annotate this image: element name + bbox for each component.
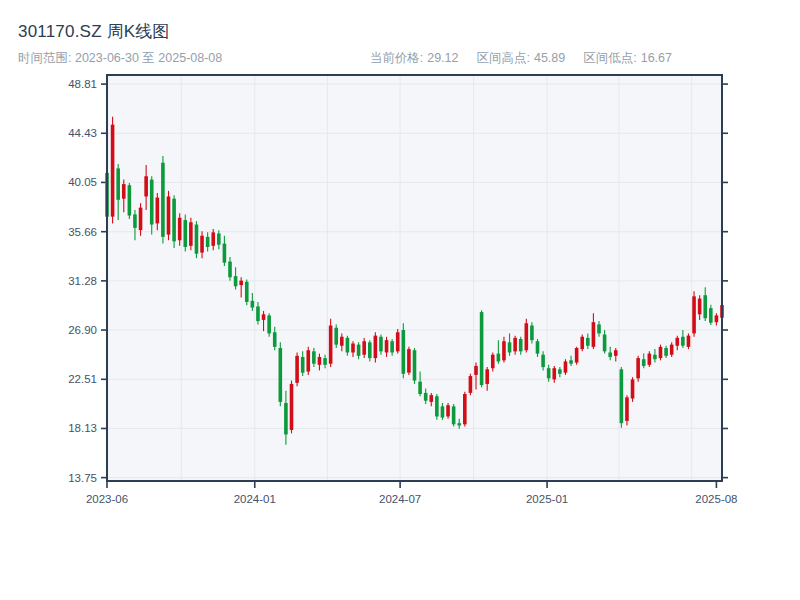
candle-body <box>457 423 461 425</box>
candle-body <box>564 361 568 372</box>
candle-body <box>357 345 361 356</box>
x-tick-label: 2023-06 <box>86 493 128 505</box>
candle-body <box>474 366 478 375</box>
candle-body <box>625 397 629 421</box>
candle-body <box>519 339 523 351</box>
candle-body <box>111 125 115 217</box>
candlestick-chart-svg: 48.8144.4340.0535.6631.2826.9022.5118.13… <box>0 0 800 600</box>
candle-body <box>273 332 277 347</box>
candle-body <box>675 338 679 346</box>
candle-body <box>580 337 584 349</box>
y-tick-label: 40.05 <box>68 176 97 188</box>
y-tick-label: 18.13 <box>68 422 97 434</box>
candle-body <box>664 348 668 356</box>
candle-body <box>530 326 534 341</box>
candle-body <box>334 328 338 345</box>
candle-body <box>424 393 428 401</box>
candle-body <box>541 355 545 367</box>
candle-body <box>139 208 143 230</box>
candle-body <box>469 376 473 393</box>
candle-body <box>362 341 366 354</box>
candle-body <box>620 369 624 423</box>
candle-body <box>429 395 433 402</box>
y-tick-label: 13.75 <box>68 472 97 484</box>
candle-body <box>172 199 176 242</box>
candle-body <box>251 301 255 308</box>
candle-body <box>239 281 243 285</box>
x-tick-label: 2025-01 <box>526 493 568 505</box>
candle-body <box>340 337 344 346</box>
candle-body <box>692 296 696 333</box>
candle-body <box>631 379 635 398</box>
candle-body <box>267 315 271 333</box>
candle-body <box>435 396 439 416</box>
candle-body <box>597 324 601 333</box>
candle-body <box>558 369 562 373</box>
candle-body <box>156 198 160 224</box>
y-tick-label: 22.51 <box>68 373 97 385</box>
candle-body <box>195 225 199 254</box>
candle-body <box>290 384 294 430</box>
x-tick-label: 2024-01 <box>234 493 276 505</box>
candle-body <box>648 354 652 365</box>
candle-body <box>122 184 126 199</box>
candle-body <box>480 312 484 385</box>
candle-body <box>586 338 590 346</box>
candle-body <box>659 347 663 358</box>
candlestick-chart: 48.8144.4340.0535.6631.2826.9022.5118.13… <box>0 0 800 600</box>
candle-body <box>323 358 327 365</box>
candle-body <box>575 348 579 363</box>
candle-body <box>608 352 612 356</box>
candle-body <box>396 332 400 351</box>
candle-body <box>502 341 506 360</box>
candle-body <box>508 342 512 352</box>
candle-body <box>144 176 148 196</box>
candle-body <box>301 357 305 373</box>
candle-body <box>374 336 378 358</box>
candle-body <box>368 342 372 358</box>
candle-body <box>452 406 456 424</box>
candle-body <box>211 232 215 245</box>
candle-body <box>217 233 221 244</box>
candle-body <box>418 382 422 394</box>
candle-body <box>715 315 719 322</box>
y-tick-label: 31.28 <box>68 275 97 287</box>
candle-body <box>709 308 713 323</box>
candle-body <box>318 357 322 365</box>
candle-body <box>178 218 182 240</box>
y-tick-label: 26.90 <box>68 324 97 336</box>
candle-body <box>295 356 299 383</box>
candle-body <box>312 351 316 363</box>
x-tick-label: 2024-07 <box>379 493 421 505</box>
candle-body <box>497 354 501 362</box>
x-tick-label: 2025-08 <box>695 493 737 505</box>
candle-body <box>133 214 137 227</box>
candle-body <box>150 180 154 225</box>
candle-body <box>346 338 350 353</box>
candle-body <box>552 368 556 379</box>
candle-body <box>653 355 657 359</box>
candle-body <box>463 394 467 424</box>
candle-body <box>441 406 445 417</box>
y-tick-label: 48.81 <box>68 78 97 90</box>
candle-body <box>681 337 685 346</box>
candle-body <box>636 358 640 378</box>
candle-body <box>642 359 646 366</box>
candle-body <box>536 341 540 353</box>
candle-body <box>228 262 232 278</box>
candle-body <box>245 282 249 302</box>
candle-body <box>513 338 517 351</box>
candle-body <box>183 220 187 247</box>
candle-body <box>446 405 450 416</box>
candle-body <box>167 196 171 234</box>
candle-body <box>547 368 551 378</box>
candle-body <box>262 314 266 320</box>
candle-body <box>206 237 210 247</box>
candle-body <box>698 299 702 315</box>
y-tick-label: 35.66 <box>68 226 97 238</box>
plot-area <box>107 75 722 481</box>
candle-body <box>329 326 333 364</box>
candle-body <box>161 163 165 237</box>
candle-body <box>234 276 238 286</box>
candle-body <box>603 335 607 352</box>
